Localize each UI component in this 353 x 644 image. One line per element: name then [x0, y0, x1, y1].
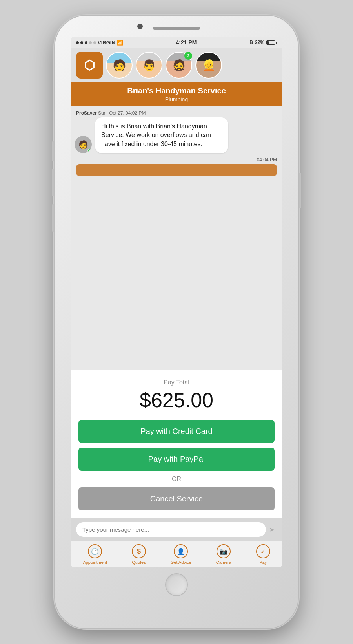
- bluetooth-icon: B: [249, 40, 253, 45]
- phone-frame: VIRGIN 📶 4:21 PM B 22% ⬡: [55, 16, 298, 628]
- or-divider: OR: [78, 476, 275, 483]
- carrier-name: VIRGIN: [98, 40, 115, 46]
- volume-down-button[interactable]: [52, 204, 54, 232]
- avatar-4[interactable]: 👱: [195, 52, 222, 79]
- message-input-bar: ➤: [71, 518, 282, 541]
- service-name: Brian's Handyman Service: [76, 86, 277, 95]
- avatar-face-1: 🧑: [107, 53, 132, 78]
- pay-label: Pay: [259, 560, 267, 565]
- cancel-service-button[interactable]: Cancel Service: [78, 487, 275, 510]
- signal-dot-4: [89, 41, 92, 44]
- volume-up-button[interactable]: [52, 169, 54, 196]
- nav-item-get-advice[interactable]: 👤 Get Advice: [171, 544, 191, 565]
- pay-total-label: Pay Total: [78, 379, 275, 386]
- battery-percent: 22%: [255, 40, 264, 45]
- carrier-signal: VIRGIN 📶: [76, 40, 123, 46]
- pay-amount: $625.00: [78, 388, 275, 412]
- avatar-face-2: 👨: [136, 53, 162, 78]
- avatar-3-badge: 2: [184, 52, 192, 60]
- get-advice-label: Get Advice: [171, 560, 191, 565]
- battery-tip: [276, 42, 277, 44]
- message-meta: ProSaver Sun, Oct 27, 04:02 PM: [71, 106, 282, 117]
- camera-icon: 📷: [217, 544, 231, 558]
- avatar-4-wrap: 👱: [195, 52, 222, 79]
- partial-cta-button[interactable]: [76, 164, 277, 176]
- nav-item-pay[interactable]: ✓ Pay: [256, 544, 270, 565]
- nav-item-camera[interactable]: 📷 Camera: [216, 544, 231, 565]
- logo-icon: ⬡: [84, 58, 95, 73]
- message-row: 🧑 Hi this is Brian with Brian's Handyman…: [71, 117, 282, 157]
- get-advice-icon: 👤: [174, 544, 188, 558]
- pay-credit-card-button[interactable]: Pay with Credit Card: [78, 420, 275, 443]
- volume-mute-button[interactable]: [52, 141, 54, 161]
- status-bar: VIRGIN 📶 4:21 PM B 22%: [71, 37, 282, 48]
- camera-label: Camera: [216, 560, 231, 565]
- payment-modal: Pay Total $625.00 Pay with Credit Card P…: [71, 370, 282, 518]
- bottom-nav: 🕐 Appointment $ Quotes 👤 Get Advice 📷 Ca…: [71, 541, 282, 567]
- signal-dot-1: [76, 41, 79, 44]
- message-sender: ProSaver: [76, 110, 97, 116]
- wifi-icon: 📶: [117, 40, 123, 46]
- message-timestamp: Sun, Oct 27, 04:02 PM: [98, 110, 146, 116]
- provider-logo[interactable]: ⬡: [76, 52, 103, 79]
- pay-icon: ✓: [256, 544, 270, 558]
- avatar-face-4: 👱: [196, 53, 221, 78]
- front-camera: [137, 24, 143, 29]
- status-indicators: B 22%: [249, 40, 277, 45]
- avatar-2-wrap: 👨: [136, 52, 162, 79]
- signal-dot-5: [93, 41, 96, 44]
- pay-paypal-button[interactable]: Pay with PayPal: [78, 448, 275, 471]
- signal-dot-3: [85, 41, 87, 44]
- battery-indicator: [266, 40, 277, 45]
- earpiece-speaker: [153, 27, 200, 30]
- battery-body: [266, 40, 275, 45]
- message-input[interactable]: [76, 522, 266, 537]
- home-button[interactable]: [165, 573, 188, 596]
- quotes-icon: $: [132, 544, 146, 558]
- service-type: Plumbing: [76, 96, 277, 102]
- appointment-label: Appointment: [83, 560, 107, 565]
- appointment-icon: 🕐: [88, 544, 102, 558]
- phone-screen: VIRGIN 📶 4:21 PM B 22% ⬡: [71, 37, 282, 567]
- battery-fill: [267, 41, 269, 44]
- power-button[interactable]: [299, 173, 301, 208]
- nav-item-appointment[interactable]: 🕐 Appointment: [83, 544, 107, 565]
- service-header: Brian's Handyman Service Plumbing: [71, 82, 282, 106]
- avatar-1-wrap: 🧑: [106, 52, 133, 79]
- send-arrow-icon[interactable]: ➤: [269, 526, 277, 534]
- quotes-label: Quotes: [132, 560, 146, 565]
- signal-dot-2: [80, 41, 83, 44]
- reply-time: 04:04 PM: [71, 157, 282, 164]
- avatars-row: ⬡ 🧑 👨 🧔 2 👱: [71, 48, 282, 82]
- status-time: 4:21 PM: [176, 39, 197, 46]
- message-bubble: Hi this is Brian with Brian's Handyman S…: [95, 117, 228, 153]
- avatar-1[interactable]: 🧑: [106, 52, 133, 79]
- online-indicator: [87, 149, 91, 153]
- avatar-2[interactable]: 👨: [136, 52, 162, 79]
- sender-avatar: 🧑: [75, 136, 92, 153]
- nav-item-quotes[interactable]: $ Quotes: [132, 544, 146, 565]
- chat-area: ProSaver Sun, Oct 27, 04:02 PM 🧑 Hi this…: [71, 106, 282, 366]
- avatar-3-wrap: 🧔 2: [166, 52, 192, 79]
